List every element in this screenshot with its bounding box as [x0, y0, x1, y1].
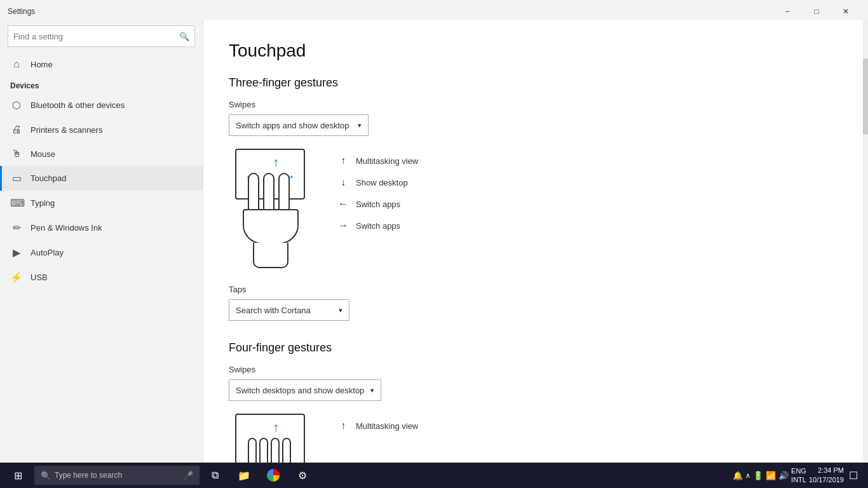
home-icon: ⌂	[10, 58, 23, 70]
chrome-button[interactable]	[259, 463, 287, 488]
sidebar-item-label: Typing	[31, 198, 55, 208]
taskbar-search-input[interactable]	[55, 471, 179, 480]
taskbar-search-box[interactable]: 🔍 🎤	[34, 466, 200, 485]
four-up-arrow-icon: ↑	[337, 420, 349, 431]
lang-label: ENG	[791, 466, 806, 475]
hand-wrist	[253, 243, 288, 268]
gesture-label-down: Show desktop	[356, 178, 408, 187]
mouse-icon: 🖱	[10, 148, 23, 159]
task-view-icon: ⧉	[212, 470, 219, 481]
settings-button[interactable]: ⚙	[288, 463, 316, 488]
four-finger-4	[282, 438, 291, 463]
lang-sub-label: INTL	[791, 475, 806, 484]
language-badge: ENG INTL	[791, 466, 806, 485]
sidebar-section-label: Devices	[0, 76, 203, 93]
tray-network-icon: 📶	[766, 471, 776, 480]
gesture-label-left: Switch apps	[356, 200, 400, 209]
left-arrow-icon: ←	[337, 198, 349, 210]
taps-dropdown[interactable]: Search with Cortana ▾	[229, 299, 349, 321]
gesture-row-right: → Switch apps	[337, 220, 418, 231]
up-arrow-icon: ↑	[337, 155, 349, 166]
window-controls: − □ ✕	[773, 1, 860, 22]
gesture-row-left: ← Switch apps	[337, 198, 418, 210]
maximize-button[interactable]: □	[802, 1, 831, 22]
sidebar-item-printers[interactable]: 🖨 Printers & scanners	[0, 118, 203, 142]
main-content: Touchpad Three-finger gestures Swipes Sw…	[203, 20, 863, 463]
sidebar-item-autoplay[interactable]: ▶ AutoPlay	[0, 240, 203, 265]
page-title: Touchpad	[229, 41, 837, 61]
sidebar-item-label: USB	[31, 273, 48, 282]
sidebar-item-usb[interactable]: ⚡ USB	[0, 265, 203, 290]
sidebar-item-label: Home	[31, 60, 53, 69]
four-finger-diagram: ↑	[229, 414, 311, 463]
taps-value: Search with Cortana	[236, 306, 311, 315]
search-box[interactable]: 🔍	[8, 25, 195, 47]
tray-clock[interactable]: 2:34 PM 10/17/2019	[809, 466, 844, 485]
sidebar-item-bluetooth[interactable]: ⬡ Bluetooth & other devices	[0, 93, 203, 118]
four-finger-3	[271, 438, 280, 463]
sidebar: 🔍 ⌂ Home Devices ⬡ Bluetooth & other dev…	[0, 20, 203, 463]
taskbar: ⊞ 🔍 🎤 ⧉ 📁 ⚙ 🔔 ∧ 🔋 📶 🔊 ENG INTL 2:34 PM 1…	[0, 463, 868, 488]
scrollbar-thumb[interactable]	[863, 58, 868, 135]
bluetooth-icon: ⬡	[10, 99, 23, 111]
start-button[interactable]: ⊞	[3, 463, 33, 488]
four-finger-swipes-dropdown[interactable]: Switch desktops and show desktop ▾	[229, 379, 381, 401]
four-finger-gesture-row-up: ↑ Multitasking view	[337, 420, 418, 431]
app-title: Settings	[8, 7, 35, 16]
touchpad-icon: ▭	[10, 172, 23, 184]
four-finger-gesture-labels: ↑ Multitasking view	[337, 414, 418, 431]
sidebar-item-pen[interactable]: ✏ Pen & Windows Ink	[0, 215, 203, 240]
tray-notify-icon[interactable]: 🔔	[733, 471, 743, 480]
gesture-row-down: ↓ Show desktop	[337, 177, 418, 188]
four-finger-gesture-label-up: Multitasking view	[356, 421, 418, 431]
taps-label: Taps	[229, 285, 837, 294]
task-view-button[interactable]: ⧉	[201, 463, 229, 488]
sidebar-item-label: Printers & scanners	[31, 125, 102, 135]
action-center-button[interactable]: ☐	[846, 470, 860, 482]
file-explorer-button[interactable]: 📁	[230, 463, 258, 488]
tray-battery-icon: 🔋	[753, 471, 763, 480]
swipes-label: Swipes	[229, 100, 837, 109]
four-finger-arrow-up-icon: ↑	[273, 420, 279, 435]
minimize-button[interactable]: −	[773, 1, 802, 22]
sidebar-item-mouse[interactable]: 🖱 Mouse	[0, 142, 203, 166]
sidebar-item-label: AutoPlay	[31, 248, 64, 257]
sidebar-item-touchpad[interactable]: ▭ Touchpad	[0, 166, 203, 191]
arrow-up-icon: ↑	[273, 155, 279, 170]
app-body: 🔍 ⌂ Home Devices ⬡ Bluetooth & other dev…	[0, 20, 868, 463]
three-finger-title: Three-finger gestures	[229, 76, 837, 90]
three-finger-gesture-area: ↑ ← → ↑ Multitasking view	[229, 149, 837, 269]
hand-palm	[243, 209, 299, 244]
tray-expand-icon[interactable]: ∧	[745, 471, 750, 480]
tray-date: 10/17/2019	[809, 475, 844, 485]
titlebar: Settings − □ ✕	[0, 0, 868, 20]
scrollbar[interactable]	[863, 20, 868, 463]
four-finger-swipes-value: Switch desktops and show desktop	[236, 386, 364, 395]
taskbar-mic-icon[interactable]: 🎤	[183, 471, 193, 480]
four-finger-2	[259, 438, 268, 463]
usb-icon: ⚡	[10, 271, 23, 283]
four-finger-gesture-area: ↑ ↑ Multitasking view	[229, 414, 837, 463]
search-icon: 🔍	[179, 32, 189, 41]
chrome-icon	[267, 469, 280, 482]
autoplay-icon: ▶	[10, 247, 23, 259]
chevron-down-icon: ▾	[358, 121, 362, 130]
four-finger-1	[248, 438, 257, 463]
tray-volume-icon: 🔊	[778, 471, 789, 480]
gesture-label-up: Multitasking view	[356, 156, 418, 166]
file-explorer-icon: 📁	[238, 470, 250, 482]
sidebar-item-home[interactable]: ⌂ Home	[0, 52, 203, 76]
search-input[interactable]	[13, 32, 179, 41]
close-button[interactable]: ✕	[831, 1, 860, 22]
swipes-dropdown[interactable]: Switch apps and show desktop ▾	[229, 114, 369, 136]
down-arrow-icon: ↓	[337, 177, 349, 188]
sidebar-item-label: Bluetooth & other devices	[31, 100, 125, 110]
sidebar-item-typing[interactable]: ⌨ Typing	[0, 191, 203, 215]
right-arrow-icon: →	[337, 220, 349, 231]
pen-icon: ✏	[10, 222, 23, 234]
three-finger-diagram: ↑ ← →	[229, 149, 311, 269]
gesture-label-right: Switch apps	[356, 221, 400, 231]
sidebar-item-label: Pen & Windows Ink	[31, 223, 102, 233]
gesture-row-up: ↑ Multitasking view	[337, 155, 418, 166]
taps-section: Taps Search with Cortana ▾	[229, 285, 837, 321]
